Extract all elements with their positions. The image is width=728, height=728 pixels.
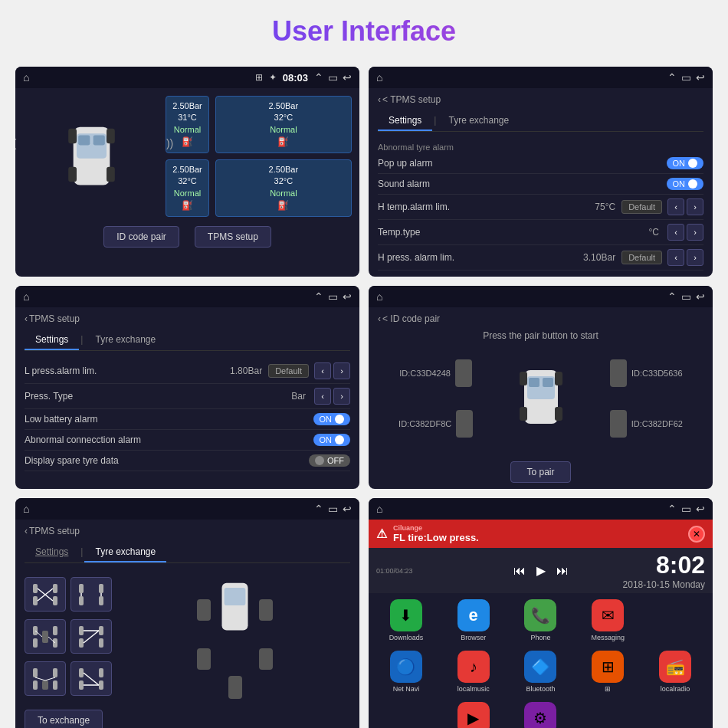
- exch-pattern-1[interactable]: [25, 577, 66, 612]
- tpms-setup-button[interactable]: TPMS setup: [195, 226, 271, 248]
- back-icon-6[interactable]: ↩: [696, 503, 705, 515]
- back-icon-4[interactable]: ↩: [696, 290, 705, 303]
- exch-pattern-2[interactable]: [71, 577, 112, 612]
- app-downloads[interactable]: ⬇ Downloads: [373, 599, 439, 641]
- media-bar: 01:00/04:23 ⏮ ▶ ⏭ 8:02 2018-10-15 Monday: [369, 548, 713, 593]
- temp-left-btn[interactable]: ‹: [667, 224, 684, 241]
- home-icon-3[interactable]: ⌂: [23, 290, 29, 303]
- hpress-right-btn[interactable]: ›: [687, 249, 703, 266]
- home-icon-2[interactable]: ⌂: [376, 71, 382, 84]
- temp-right-btn[interactable]: ›: [687, 224, 703, 241]
- tab-tyre-3[interactable]: Tyre exchange: [84, 330, 166, 350]
- home-icon-4[interactable]: ⌂: [376, 290, 382, 303]
- app-bluetooth-icon: 🔷: [524, 651, 556, 683]
- window-icon-3[interactable]: ▭: [328, 290, 338, 303]
- app-netnavi[interactable]: 🔵 Net Navi: [373, 651, 439, 693]
- exch-pattern-6[interactable]: [71, 661, 112, 696]
- alert-bar: ⚠ Ciluange FL tire:Low press. ✕: [369, 520, 713, 548]
- app-bluetooth[interactable]: 🔷 Bluetooth: [508, 651, 574, 693]
- app-grid-icon[interactable]: ⊞ ⊞: [575, 651, 641, 693]
- tire-rr-visual: [610, 410, 627, 438]
- presstype-left-btn[interactable]: ‹: [314, 388, 331, 405]
- exch-pattern-3[interactable]: [25, 619, 66, 654]
- home-icon-6[interactable]: ⌂: [376, 503, 382, 515]
- hpress-default-btn[interactable]: Default: [621, 251, 662, 264]
- home-icon[interactable]: ⌂: [23, 71, 29, 84]
- to-exchange-button[interactable]: To exchange: [25, 710, 103, 728]
- expand-icon[interactable]: ⌃: [314, 71, 323, 84]
- signal-left: ((: [15, 137, 16, 149]
- htemp-right-btn[interactable]: ›: [687, 198, 703, 215]
- expand-icon-3[interactable]: ⌃: [314, 290, 323, 303]
- app-empty: [642, 599, 708, 641]
- tab-bar-3: Settings | Tyre exchange: [25, 330, 350, 351]
- tab-bar-5: Settings | Tyre exchange: [25, 543, 350, 563]
- app-messaging[interactable]: ✉ Messaging: [575, 599, 641, 641]
- back-arrow-4[interactable]: ‹: [378, 313, 381, 324]
- app-phone[interactable]: 📞 Phone: [508, 599, 574, 641]
- expand-icon-4[interactable]: ⌃: [667, 290, 677, 303]
- popup-alarm-toggle[interactable]: ON: [667, 157, 704, 169]
- svg-rect-37: [79, 638, 84, 648]
- window-icon-4[interactable]: ▭: [681, 290, 691, 303]
- app-localmusic[interactable]: ♪ localmusic: [441, 651, 507, 693]
- alert-close-button[interactable]: ✕: [688, 526, 705, 543]
- tab-settings-2[interactable]: Settings: [378, 111, 432, 131]
- breadcrumb-5: ‹ TPMS setup: [25, 526, 350, 536]
- tab-tyre-5[interactable]: Tyre exchange: [84, 543, 166, 562]
- to-pair-button[interactable]: To pair: [510, 461, 570, 483]
- tire-rr-temp: 32°C: [222, 175, 345, 187]
- tab-tyre-2[interactable]: Tyre exchange: [438, 111, 520, 131]
- home-icon-5[interactable]: ⌂: [23, 503, 29, 515]
- tire-rr-pressure: 2.50Bar: [222, 164, 345, 175]
- htemp-default-btn[interactable]: Default: [621, 200, 662, 214]
- app-localradio[interactable]: 📻 localradio: [642, 651, 708, 693]
- tab-settings-3[interactable]: Settings: [25, 330, 79, 350]
- window-icon-5[interactable]: ▭: [328, 503, 338, 515]
- breadcrumb-4: ‹ < ID code pair: [378, 313, 703, 324]
- expand-icon-6[interactable]: ⌃: [667, 503, 677, 515]
- back-arrow-5[interactable]: ‹: [25, 526, 28, 536]
- back-arrow-3[interactable]: ‹: [25, 313, 28, 324]
- lpress-left-btn[interactable]: ‹: [314, 362, 331, 379]
- id-code-pair-button[interactable]: ID code pair: [103, 226, 179, 248]
- expand-icon-2[interactable]: ⌃: [667, 71, 677, 84]
- back-icon-3[interactable]: ↩: [343, 290, 352, 303]
- prev-button[interactable]: ⏮: [513, 564, 526, 578]
- panel-tpms-main: ⌂ ⊞ ✦ 08:03 ⌃ ▭ ↩ 2.50Bar 31°C Normal: [15, 67, 359, 277]
- app-carsettings[interactable]: ⚙ Car Settings: [508, 702, 574, 728]
- back-icon[interactable]: ↩: [343, 71, 352, 84]
- window-icon[interactable]: ▭: [328, 71, 338, 84]
- app-grid-icon-icon: ⊞: [592, 651, 624, 683]
- back-icon-5[interactable]: ↩: [343, 503, 352, 515]
- tab-bar-2: Settings | Tyre exchange: [378, 111, 703, 132]
- tire-fr: 2.50Bar 32°C Normal ⛽: [215, 96, 352, 153]
- expand-icon-5[interactable]: ⌃: [314, 503, 323, 515]
- svg-rect-15: [555, 407, 562, 421]
- exch-pattern-4[interactable]: [71, 619, 112, 654]
- app-browser[interactable]: e Browser: [441, 599, 507, 641]
- play-button[interactable]: ▶: [536, 563, 546, 578]
- tab-settings-5[interactable]: Settings: [25, 543, 79, 562]
- exch-pattern-5[interactable]: [25, 661, 66, 696]
- sound-alarm-toggle[interactable]: ON: [667, 178, 704, 190]
- low-battery-label: Low battery alarm: [25, 414, 313, 425]
- app-localmusic-label: localmusic: [457, 685, 490, 693]
- window-icon-2[interactable]: ▭: [681, 71, 691, 84]
- low-battery-toggle[interactable]: ON: [313, 413, 351, 425]
- spare-tyre-toggle[interactable]: OFF: [309, 454, 350, 467]
- lpress-default-btn[interactable]: Default: [268, 364, 309, 378]
- abnormal-conn-toggle[interactable]: ON: [313, 434, 351, 446]
- next-button[interactable]: ⏭: [556, 564, 569, 578]
- alert-main-text: FL tire:Low press.: [393, 532, 479, 543]
- presstype-right-btn[interactable]: ›: [333, 388, 350, 405]
- back-arrow-2[interactable]: ‹: [378, 94, 381, 105]
- lpress-right-btn[interactable]: ›: [333, 362, 350, 379]
- svg-line-46: [35, 677, 45, 680]
- back-icon-2[interactable]: ↩: [696, 71, 705, 84]
- window-icon-6[interactable]: ▭: [681, 503, 691, 515]
- app-video[interactable]: ▶ video: [441, 702, 507, 728]
- hpress-left-btn[interactable]: ‹: [667, 249, 684, 266]
- app-netnavi-icon: 🔵: [390, 651, 422, 683]
- htemp-left-btn[interactable]: ‹: [667, 198, 684, 215]
